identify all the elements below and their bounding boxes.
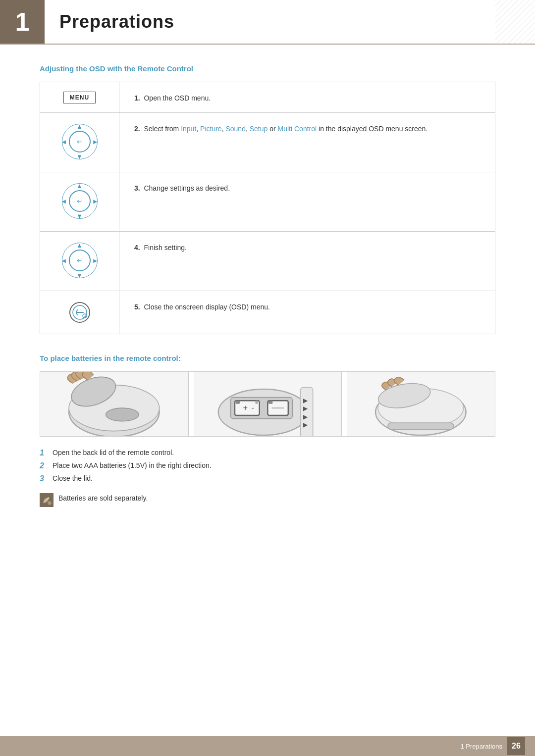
battery-section-heading: To place batteries in the remote control… [40,354,495,362]
svg-point-9 [106,408,139,421]
svg-rect-28 [388,423,454,429]
step-cell: 3. Change settings as desired. [119,172,495,232]
step-4-text: 4. Finish setting. [134,244,187,252]
dpad-up-arrow: ▲ [76,182,83,190]
dpad-center-icon: ↵ [77,197,83,205]
step-1-battery-text: Open the back lid of the remote control. [53,449,174,456]
svg-rect-20 [300,388,313,436]
svg-text:▶: ▶ [303,397,308,403]
icon-cell: ↵ ▲ ▼ ◄ ► [40,232,119,291]
battery-image-1 [40,372,189,436]
dpad-left-arrow: ◄ [61,257,67,264]
chapter-title: Preparations [59,11,174,32]
battery-steps-list: 1 Open the back lid of the remote contro… [40,449,495,483]
footer-chapter-label: 1 Preparations [460,743,502,750]
note-icon [40,493,54,507]
osd-section-heading: Adjusting the OSD with the Remote Contro… [40,64,495,73]
svg-rect-14 [255,401,258,404]
svg-rect-13 [235,401,239,404]
step-3-text: 3. Change settings as desired. [134,184,230,192]
dpad-center-icon: ↵ [77,256,83,264]
battery-image-3 [347,372,495,436]
note-icon-box [40,493,54,507]
dpad-icon: ↵ ▲ ▼ ◄ ► [60,241,100,280]
highlight-sound: Sound [225,125,245,133]
svg-rect-1 [495,0,535,45]
dpad-down-arrow: ▼ [76,272,83,279]
main-content: Adjusting the OSD with the Remote Contro… [0,45,535,547]
header-decoration [495,0,535,45]
step-cell: 5. Close the onscreen display (OSD) menu… [119,291,495,334]
table-row: ⊛ 5. Close the onscreen display (OSD) me… [40,291,495,334]
svg-text:▶: ▶ [303,405,308,411]
icon-cell: MENU [40,82,119,113]
highlight-picture: Picture [200,125,222,133]
dpad-up-arrow: ▲ [76,242,83,249]
dpad-up-arrow: ▲ [76,123,83,130]
footer-page-number: 26 [507,737,525,755]
battery-image-2: + - ▶ ▶ ▶ ▶ [194,372,342,436]
table-row: ↵ ▲ ▼ ◄ ► 3. Change settings as desired. [40,172,495,232]
chapter-number: 1 [15,9,30,35]
step-cell: 4. Finish setting. [119,232,495,291]
icon-cell: ⊛ [40,291,119,334]
note-box: Batteries are sold separately. [40,493,495,507]
step-cell: 2. Select from Input, Picture, Sound, Se… [119,113,495,172]
svg-text:+: + [243,403,248,412]
step-1-text: 1. Open the OSD menu. [134,94,211,102]
remote-close-lid-svg [347,372,495,436]
dpad-center-icon: ↵ [77,138,83,146]
dpad-right-arrow: ► [92,138,99,146]
battery-insert-svg: + - ▶ ▶ ▶ ▶ [194,372,342,436]
icon-cell: ↵ ▲ ▼ ◄ ► [40,172,119,232]
dpad-right-arrow: ► [92,257,99,264]
chapter-number-block: 1 [0,0,45,44]
menu-button-icon: MENU [63,92,96,103]
battery-images-container: + - ▶ ▶ ▶ ▶ [40,371,495,437]
table-row: ↵ ▲ ▼ ◄ ► 4. Finish setting. [40,232,495,291]
svg-text:-: - [251,403,254,412]
exit-icon-container: ⊛ [50,300,109,325]
dpad-left-arrow: ◄ [61,138,67,146]
dpad-icon: ↵ ▲ ▼ ◄ ► [60,122,100,161]
list-item: 2 Place two AAA batteries (1.5V) in the … [40,461,495,470]
svg-text:⊛: ⊛ [84,315,87,318]
step-2-battery-text: Place two AAA batteries (1.5V) in the ri… [53,461,212,469]
highlight-multicontrol: Multi Control [278,125,317,133]
highlight-input: Input [181,125,196,133]
exit-button-icon: ⊛ [67,300,92,325]
highlight-setup: Setup [250,125,268,133]
osd-table: MENU 1. Open the OSD menu. ↵ ▲ [40,82,495,334]
dpad-icon: ↵ ▲ ▼ ◄ ► [60,181,100,221]
page-header: 1 Preparations [0,0,535,45]
list-item: 1 Open the back lid of the remote contro… [40,449,495,457]
note-text: Batteries are sold separately. [58,493,148,504]
osd-section: Adjusting the OSD with the Remote Contro… [40,64,495,334]
step-5-text: 5. Close the onscreen display (OSD) menu… [134,303,270,311]
step-3-battery-text: Close the lid. [53,474,93,482]
dpad-left-arrow: ◄ [61,198,67,205]
remote-open-lid-svg [40,372,188,436]
step-number-2: 2 [40,461,53,470]
battery-section: To place batteries in the remote control… [40,354,495,507]
step-cell: 1. Open the OSD menu. [119,82,495,113]
svg-text:▶: ▶ [303,413,308,420]
step-number-3: 3 [40,474,53,483]
dpad-down-arrow: ▼ [76,153,83,160]
chapter-title-block: Preparations [45,0,535,44]
table-row: ↵ ▲ ▼ ◄ ► 2. Select from Input, Picture,… [40,113,495,172]
table-row: MENU 1. Open the OSD menu. [40,82,495,113]
dpad-down-arrow: ▼ [76,212,83,220]
svg-text:▶: ▶ [303,421,308,428]
svg-rect-18 [268,401,272,404]
page-footer: 1 Preparations 26 [0,736,535,756]
icon-cell: ↵ ▲ ▼ ◄ ► [40,113,119,172]
step-number-1: 1 [40,449,53,457]
dpad-right-arrow: ► [92,198,99,205]
step-2-text: 2. Select from Input, Picture, Sound, Se… [134,125,428,133]
list-item: 3 Close the lid. [40,474,495,483]
